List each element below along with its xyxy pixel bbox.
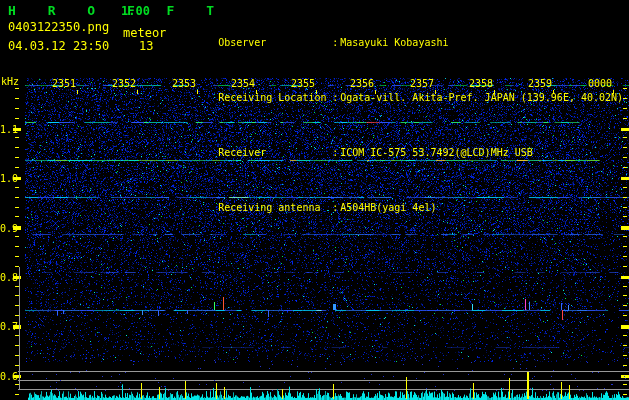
info-label: Receiving antenna — [218, 202, 332, 213]
info-value: ICOM IC-575 53.7492(@LCD)MHz USB — [340, 147, 533, 158]
station-info: Observer:Masayuki Kobayashi Receiving Lo… — [182, 4, 623, 246]
info-value: Ogata-vill. Akita-Pref. JAPAN (139.96E, … — [340, 92, 623, 103]
time-label-2358: 2358 — [469, 78, 493, 89]
meteor-count: 13 — [139, 39, 153, 53]
time-label-2351: 2351 — [52, 78, 76, 89]
info-label: Observer — [218, 37, 332, 48]
freq-label-0.8: 0.8 — [0, 272, 13, 283]
time-label-2359: 2359 — [528, 78, 552, 89]
freq-label-1.1: 1.1 — [0, 124, 13, 135]
freq-label-0.6: 0.6 — [0, 371, 13, 382]
freq-label-0.7: 0.7 — [0, 321, 13, 332]
y-axis-unit-label: kHz — [1, 76, 19, 87]
info-row: Receiving antenna:A504HB(yagi 4el) — [182, 191, 623, 224]
info-colon: : — [332, 92, 340, 103]
info-label: Receiving Location — [218, 92, 332, 103]
freq-label-1.0: 1.0 — [0, 173, 13, 184]
info-row: Receiver:ICOM IC-575 53.7492(@LCD)MHz US… — [182, 136, 623, 169]
info-row: Observer:Masayuki Kobayashi — [182, 26, 623, 59]
datetime: 04.03.12 23:50 — [8, 39, 109, 53]
info-value: Masayuki Kobayashi — [340, 37, 448, 48]
time-label-2353: 2353 — [172, 78, 196, 89]
time-label-2355: 2355 — [291, 78, 315, 89]
info-value: A504HB(yagi 4el) — [340, 202, 436, 213]
info-label: Receiver — [218, 147, 332, 158]
freq-label-0.9: 0.9 — [0, 223, 13, 234]
time-label-2357: 2357 — [410, 78, 434, 89]
time-label-2354: 2354 — [231, 78, 255, 89]
time-label-2356: 2356 — [350, 78, 374, 89]
mode-label: meteor — [123, 26, 166, 40]
info-colon: : — [332, 37, 340, 48]
time-label-0000: 0000 — [588, 78, 612, 89]
hrofft-screen: H R O F F T 1.00 0403122350.png meteor 0… — [0, 0, 629, 400]
app-version: 1.00 — [121, 4, 150, 18]
filename: 0403122350.png — [8, 20, 109, 34]
time-label-2352: 2352 — [112, 78, 136, 89]
info-colon: : — [332, 147, 340, 158]
info-colon: : — [332, 202, 340, 213]
